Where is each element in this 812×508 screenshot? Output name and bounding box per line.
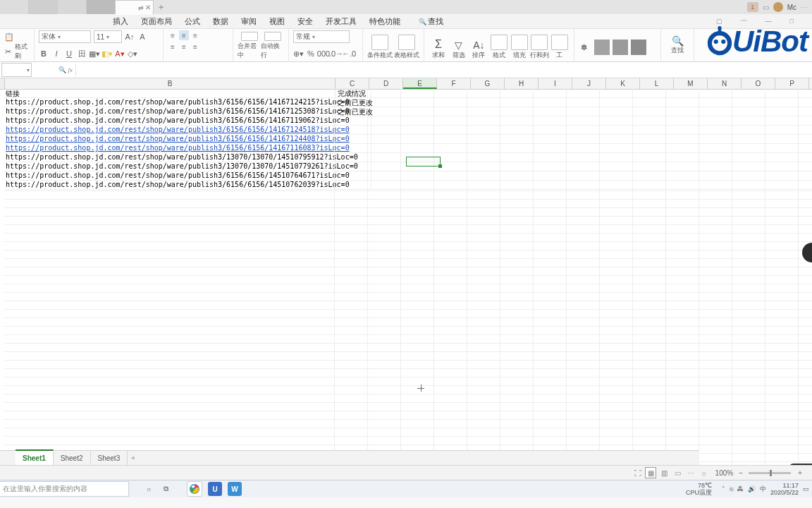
col-header-E[interactable]: E [403,78,437,89]
col-header-C[interactable]: C [336,78,369,89]
increase-font-icon[interactable]: A↑ [125,32,135,42]
uibot-app-icon[interactable]: U [208,482,222,496]
ribbon-opts-icon[interactable]: 〰 [741,18,747,25]
menu-page-layout[interactable]: 页面布局 [141,16,172,27]
tray-wifi-icon[interactable]: ⎋ [730,485,733,492]
obscured-button[interactable] [631,40,646,55]
workbook-tab[interactable]: ⇄ ✕ [116,0,154,15]
format-button[interactable]: 格式 [489,32,509,60]
zoom-slider[interactable] [749,472,791,474]
tab-thumb[interactable] [29,0,58,14]
window-max-icon[interactable]: □ [790,18,794,25]
menu-find[interactable]: 查找 [419,16,443,27]
menu-insert[interactable]: 插入 [113,16,128,27]
rowcol-button[interactable]: 行和列 [529,32,549,60]
cond-format-button[interactable]: 条件格式 [367,32,393,60]
table-style-button[interactable]: 表格样式 [394,32,419,60]
sum-button[interactable]: Σ求和 [429,32,448,60]
tab-thumb[interactable] [58,0,87,14]
align-top-right-icon[interactable]: ≡ [190,30,200,40]
comma-icon[interactable]: 000 [319,49,328,59]
font-size-combo[interactable]: 11 [94,30,122,43]
col-header-H[interactable]: H [505,78,539,89]
window-min-icon[interactable]: — [765,18,772,25]
col-header-M[interactable]: M [674,78,708,89]
tray-notifications-icon[interactable]: ▭ [803,485,809,492]
worksheet[interactable]: BCDEFGHIJKLMNOP 链接完成情况https://product.sh… [0,78,812,465]
ribbon-min-icon[interactable]: ▢ [716,18,722,25]
worksheet-button[interactable]: 工 [550,32,570,60]
cpu-temp[interactable]: 78℃ CPU温度 [686,482,712,496]
dec-decimal-icon[interactable]: ←.0 [344,49,354,59]
col-header-J[interactable]: J [572,78,606,89]
fx-icon[interactable]: 🔍 fx [59,66,73,73]
formula-input[interactable] [75,64,812,76]
table-row[interactable]: https://product.shop.jd.com/rest/shop/wa… [4,126,812,135]
col-header-G[interactable]: G [471,78,505,89]
table-row[interactable]: https://product.shop.jd.com/rest/shop/wa… [4,107,812,116]
fill-color-icon[interactable]: ◧▾ [102,49,112,59]
table-row[interactable]: https://product.shop.jd.com/rest/shop/wa… [4,116,812,126]
col-header-B[interactable]: B [5,78,336,89]
find-icon[interactable]: 🔍 [672,36,682,46]
user-avatar[interactable] [773,2,783,12]
obscured-button[interactable] [613,40,628,55]
freeze-icon[interactable]: ✽ [579,42,589,52]
align-top-left-icon[interactable]: ≡ [168,30,178,40]
align-bottom-left-icon[interactable]: ≡ [168,42,178,52]
wrap-text-button[interactable]: 自动换行 [261,32,284,60]
table-row[interactable]: https://product.shop.jd.com/rest/shop/wa… [4,171,812,181]
table-row[interactable]: https://product.shop.jd.com/rest/shop/wa… [4,144,812,153]
tab-thumb[interactable] [87,0,116,14]
merge-center-button[interactable]: 合并居中 [238,32,261,60]
align-bottom-center-icon[interactable]: ≡ [179,42,189,52]
wps-app-icon[interactable]: W [228,482,242,496]
table-row[interactable]: 链接完成情况 [4,89,812,98]
view-dash-icon[interactable]: ⋯ [685,467,696,478]
col-header-I[interactable]: I [539,78,572,89]
new-tab-button[interactable]: ＋ [154,1,168,13]
chrome-icon[interactable] [187,481,202,497]
tray-sound-icon[interactable]: 🔊 [748,485,756,492]
menu-formulas[interactable]: 公式 [185,16,200,27]
filter-button[interactable]: ▽筛选 [449,32,469,60]
view-split-icon[interactable]: ⛶ [632,467,644,478]
menu-data[interactable]: 数据 [213,16,228,27]
clear-format-icon[interactable]: ◇▾ [128,49,137,59]
align-bottom-right-icon[interactable]: ≡ [190,42,200,52]
user-menu-chevron-icon[interactable]: ⋯ [801,4,808,11]
sheet-tab-1[interactable]: Sheet1 [16,449,54,465]
table-row[interactable]: https://product.shop.jd.com/rest/shop/wa… [4,135,812,144]
col-header-D[interactable]: D [369,78,403,89]
inc-decimal-icon[interactable]: .0→ [331,49,341,59]
align-top-center-icon[interactable]: ≡ [179,30,189,40]
table-row[interactable]: https://product.shop.jd.com/rest/shop/wa… [4,98,812,107]
zoom-out-icon[interactable]: − [739,469,743,477]
paste-icon[interactable]: 📋 [4,32,14,42]
border-icon[interactable]: ▦▾ [90,49,99,59]
underline-icon[interactable]: U [64,49,74,59]
obscured-button[interactable] [594,40,610,55]
menu-review[interactable]: 审阅 [241,16,257,27]
menu-devtools[interactable]: 开发工具 [326,16,357,27]
col-header-O[interactable]: O [742,78,775,89]
italic-icon[interactable]: I [51,49,61,59]
strike-icon[interactable]: 田 [77,49,87,59]
select-all-corner[interactable] [0,78,5,89]
sort-button[interactable]: A↓排序 [469,32,488,60]
tray-chevron-icon[interactable]: ˄ [722,485,725,492]
cells-area[interactable]: 链接完成情况https://product.shop.jd.com/rest/s… [4,89,812,465]
tray-clock[interactable]: 11:17 2020/5/22 [770,482,799,496]
col-header-P[interactable]: P [775,78,809,89]
add-sheet-button[interactable]: ＋ [128,453,139,463]
font-name-combo[interactable]: 宋体 [39,30,91,43]
bold-icon[interactable]: B [39,49,49,59]
task-timeline-icon[interactable]: ⧉ [157,480,174,497]
name-box[interactable] [1,63,32,77]
premium-badge[interactable]: 1 [747,2,758,12]
col-header-N[interactable]: N [708,78,742,89]
task-view-icon[interactable]: ○ [140,480,157,497]
sheet-tab-3[interactable]: Sheet3 [91,451,128,465]
col-header-L[interactable]: L [640,78,674,89]
menu-security[interactable]: 安全 [297,16,313,27]
